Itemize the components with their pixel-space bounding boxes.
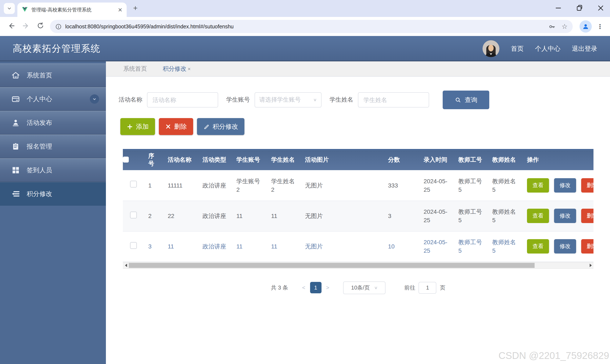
tab-title: 管理端-高校素拓分管理系统 xyxy=(31,7,114,13)
nav-profile-link[interactable]: 个人中心 xyxy=(535,45,560,53)
minimize-icon xyxy=(553,3,563,13)
scrollbar-thumb[interactable] xyxy=(129,263,535,268)
view-button[interactable]: 查看 xyxy=(527,178,549,193)
points-modify-button[interactable]: 积分修改 xyxy=(197,118,244,135)
prev-page-button[interactable]: < xyxy=(297,285,310,291)
row-delete-button[interactable]: 删除 xyxy=(581,209,594,223)
close-window-button[interactable] xyxy=(596,3,606,13)
add-button[interactable]: 添加 xyxy=(120,118,155,135)
tab-search-button[interactable] xyxy=(4,3,15,14)
table-row: 3 11 政治讲座 11 11 无图片 10 2024-05-25 教师工号5 … xyxy=(123,231,594,261)
row-checkbox[interactable] xyxy=(130,242,137,249)
cell-teacher-name: 教师姓名5 xyxy=(488,170,523,201)
cell-teacher-name: 教师姓名5 xyxy=(488,201,523,231)
sidebar-item-system-home[interactable]: 系统首页 xyxy=(0,64,106,87)
url-text[interactable]: localhost:8080/springboot36u45959/admin/… xyxy=(65,24,542,29)
horizontal-scrollbar[interactable] xyxy=(123,262,594,269)
page-size-select[interactable]: 10条/页 ∨ xyxy=(343,281,386,294)
activity-name-input[interactable] xyxy=(147,92,218,107)
page-size-value: 10条/页 xyxy=(351,284,370,291)
sidebar-item-checkin[interactable]: 签到人员 xyxy=(0,158,106,182)
cell-activity-name: 22 xyxy=(163,201,198,231)
goto-page-input[interactable] xyxy=(419,282,436,294)
goto-page-group: 前往 页 xyxy=(404,282,446,294)
next-page-button[interactable]: > xyxy=(321,285,334,291)
sidebar-item-label: 积分修改 xyxy=(27,190,52,198)
edit-button[interactable]: 修改 xyxy=(554,178,576,193)
chevron-down-icon[interactable] xyxy=(90,94,99,104)
select-all-checkbox[interactable] xyxy=(123,156,129,162)
row-delete-button[interactable]: 删除 xyxy=(581,239,594,254)
sidebar-item-activity-publish[interactable]: 活动发布 xyxy=(0,111,106,135)
col-activity-name: 活动名称 xyxy=(163,149,198,170)
main-content: 系统首页 积分修改 × 活动名称 学生账号 请选择学生账号 ∨ 学生姓名 xyxy=(106,61,610,364)
activity-name-label: 活动名称 xyxy=(119,96,142,104)
select-placeholder: 请选择学生账号 xyxy=(259,96,301,104)
minimize-button[interactable] xyxy=(553,3,563,13)
tab-close-icon[interactable]: ✕ xyxy=(118,7,122,13)
sidebar-item-registration[interactable]: 报名管理 xyxy=(0,135,106,158)
tab-points-modify[interactable]: 积分修改 × xyxy=(163,65,191,73)
scroll-right-button[interactable] xyxy=(588,262,594,269)
cell-index: 2 xyxy=(144,201,163,231)
page-number-button[interactable]: 1 xyxy=(310,282,321,293)
vue-logo-icon xyxy=(22,7,28,13)
x-icon xyxy=(165,124,171,130)
view-button[interactable]: 查看 xyxy=(527,239,549,254)
query-button[interactable]: 查询 xyxy=(443,91,489,109)
row-delete-button[interactable]: 删除 xyxy=(581,178,594,193)
view-button[interactable]: 查看 xyxy=(527,209,549,223)
cell-teacher-id: 教师工号5 xyxy=(454,201,488,231)
app-header: 高校素拓分管理系统 首页 个人中心 退出登录 xyxy=(0,36,610,61)
scroll-left-button[interactable] xyxy=(123,262,129,269)
sidebar-item-label: 个人中心 xyxy=(27,95,52,103)
app-title: 高校素拓分管理系统 xyxy=(13,42,100,55)
row-checkbox[interactable] xyxy=(130,211,137,218)
url-bar[interactable]: localhost:8080/springboot36u45959/admin/… xyxy=(50,20,573,33)
password-manager-button[interactable] xyxy=(548,23,556,30)
col-student-account: 学生账号 xyxy=(232,149,267,170)
page-tab-bar: 系统首页 积分修改 × xyxy=(106,61,610,77)
reload-button[interactable] xyxy=(33,22,47,31)
user-avatar[interactable] xyxy=(483,40,500,57)
nav-home-link[interactable]: 首页 xyxy=(511,45,524,53)
col-entry-time: 录入时间 xyxy=(419,149,454,170)
tab-close-icon[interactable]: × xyxy=(188,66,191,72)
browser-profile-button[interactable] xyxy=(580,20,592,33)
student-account-select[interactable]: 请选择学生账号 ∨ xyxy=(255,92,322,107)
nav-logout-link[interactable]: 退出登录 xyxy=(572,45,597,53)
bookmark-star-icon[interactable]: ☆ xyxy=(561,22,568,30)
query-button-label: 查询 xyxy=(465,96,477,104)
tab-system-home[interactable]: 系统首页 xyxy=(123,65,147,73)
col-student-name: 学生姓名 xyxy=(267,149,301,170)
forward-icon xyxy=(22,21,30,30)
avatar-photo xyxy=(483,40,500,57)
cell-score: 10 xyxy=(384,231,419,261)
search-icon xyxy=(455,96,461,103)
sidebar-item-points-modify[interactable]: 积分修改 xyxy=(0,182,106,206)
cell-activity-image: 无图片 xyxy=(301,231,384,261)
browser-menu-button[interactable]: ⋮ xyxy=(597,23,603,30)
cell-teacher-id: 教师工号5 xyxy=(454,170,488,201)
list-arrow-icon xyxy=(11,189,20,198)
browser-tab[interactable]: 管理端-高校素拓分管理系统 ✕ xyxy=(17,2,127,17)
table-header-row: 序号 活动名称 活动类型 学生账号 学生姓名 活动图片 分数 录入时间 教师工号… xyxy=(123,149,594,170)
layout: 系统首页 个人中心 活动发布 报名管理 签到人员 xyxy=(0,61,610,364)
edit-button[interactable]: 修改 xyxy=(554,209,576,223)
edit-button[interactable]: 修改 xyxy=(554,239,576,254)
row-checkbox[interactable] xyxy=(130,181,137,188)
site-info-icon[interactable] xyxy=(55,23,62,30)
sidebar-item-label: 系统首页 xyxy=(27,71,52,79)
new-tab-button[interactable]: ＋ xyxy=(132,3,139,13)
cell-entry-time: 2024-05-25 xyxy=(419,201,454,231)
delete-button[interactable]: 删除 xyxy=(159,118,193,135)
key-icon xyxy=(548,23,556,30)
forward-button[interactable] xyxy=(19,21,33,32)
goto-label: 前往 xyxy=(404,284,415,291)
back-button[interactable] xyxy=(4,21,19,32)
sidebar-item-personal-center[interactable]: 个人中心 xyxy=(0,87,106,111)
cell-teacher-id: 教师工号5 xyxy=(454,231,488,261)
restore-button[interactable] xyxy=(574,3,584,13)
student-name-input[interactable] xyxy=(358,92,429,107)
row-actions: 查看 修改 删除 xyxy=(527,209,594,223)
